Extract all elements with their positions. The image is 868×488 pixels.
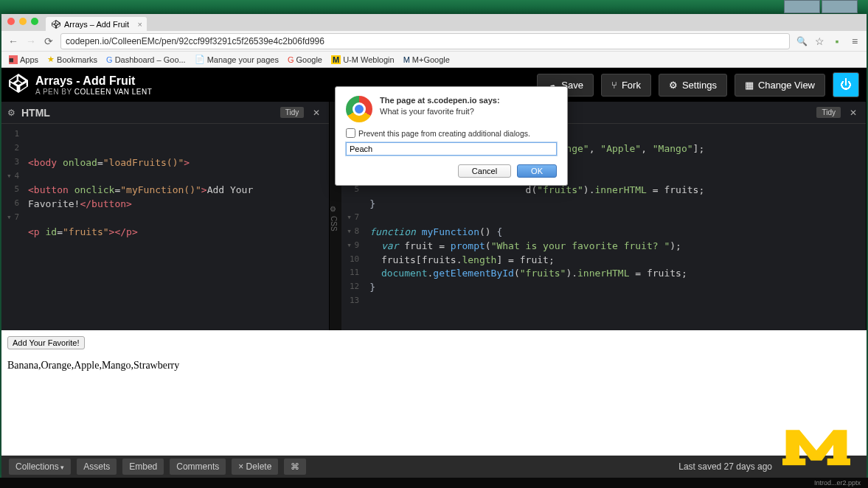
js-close-icon[interactable]: ✕ xyxy=(847,108,860,118)
bookmark-umweblogin[interactable]: MU-M Weblogin xyxy=(331,55,395,64)
taskbar-item[interactable]: Introd...er2.pptx xyxy=(814,479,861,487)
css-settings-icon[interactable]: ⚙ xyxy=(330,205,336,213)
codepen-icon xyxy=(52,20,60,29)
pen-title: Arrays - Add Fruit xyxy=(35,74,530,88)
tab-title: Arrays – Add Fruit xyxy=(64,20,129,29)
result-pane: Add Your Favorite! Banana,Orange,Apple,M… xyxy=(1,330,867,456)
window-close-icon[interactable] xyxy=(7,18,15,25)
michigan-logo-icon xyxy=(782,423,850,467)
fruits-output: Banana,Orange,Apple,Mango,Strawberry xyxy=(7,360,861,372)
forward-icon[interactable]: → xyxy=(25,35,37,47)
fork-button[interactable]: ⑂Fork xyxy=(601,74,651,97)
css-label: CSS xyxy=(330,216,338,231)
html-editor-panel: ⚙ HTML Tidy ✕ 123▾456▾7 <body onload="lo… xyxy=(1,102,330,330)
html-settings-icon[interactable]: ⚙ xyxy=(7,108,15,118)
embed-button[interactable]: Embed xyxy=(122,459,164,475)
codepen-footer: Collections Assets Embed Comments × Dele… xyxy=(1,456,867,478)
window-preview-thumbs xyxy=(784,0,858,13)
delete-button[interactable]: × Delete xyxy=(232,459,278,475)
window-zoom-icon[interactable] xyxy=(31,18,38,25)
html-panel-title: HTML xyxy=(21,107,274,119)
shortcuts-button[interactable]: ⌘ xyxy=(284,459,306,475)
dialog-message: What is your favorite fruit? xyxy=(380,107,557,116)
reload-icon[interactable]: ⟳ xyxy=(43,35,55,47)
dialog-cancel-button[interactable]: Cancel xyxy=(458,164,511,178)
logout-button[interactable]: ⏻ xyxy=(833,72,859,97)
prevent-dialogs-checkbox[interactable]: Prevent this page from creating addition… xyxy=(346,128,557,138)
bookmark-google[interactable]: GGoogle xyxy=(288,55,322,64)
window-minimize-icon[interactable] xyxy=(19,18,27,25)
assets-button[interactable]: Assets xyxy=(77,459,117,475)
prompt-input[interactable] xyxy=(346,142,557,156)
browser-tab[interactable]: Arrays – Add Fruit × xyxy=(46,17,147,31)
change-view-button[interactable]: ▦Change View xyxy=(735,74,825,97)
bookmark-dashboard[interactable]: GDashboard – Goo... xyxy=(106,55,186,64)
html-code-lines: <body onload="loadFruits()"> <button onc… xyxy=(24,124,253,330)
fork-icon: ⑂ xyxy=(611,80,617,91)
address-bar: ← → ⟳ codepen.io/ColleenEMc/pen/92ccf99f… xyxy=(1,31,867,52)
extension-icon[interactable]: ▪ xyxy=(831,35,843,47)
gutter: 123▾456▾7 xyxy=(1,124,24,330)
search-icon[interactable]: 🔍 xyxy=(796,36,808,46)
bookmark-mgoogle[interactable]: MM+Google xyxy=(403,55,450,64)
svg-rect-0 xyxy=(782,459,805,465)
dialog-title: The page at s.codepen.io says: xyxy=(380,96,557,105)
browser-window: Arrays – Add Fruit × ← → ⟳ codepen.io/Co… xyxy=(1,14,867,478)
apps-bookmark[interactable]: ■Apps xyxy=(9,55,38,64)
dialog-ok-button[interactable]: OK xyxy=(517,164,557,178)
layout-icon: ▦ xyxy=(745,80,754,91)
menu-icon[interactable]: ≡ xyxy=(849,35,861,47)
power-icon: ⏻ xyxy=(840,78,852,91)
gear-icon: ⚙ xyxy=(669,80,678,91)
bookmarks-bar: ■Apps ★Bookmarks GDashboard – Goo... 📄Ma… xyxy=(1,52,867,68)
bookmarks-folder[interactable]: ★Bookmarks xyxy=(47,55,97,64)
desktop-menubar xyxy=(0,0,868,14)
codepen-logo-icon[interactable] xyxy=(9,74,28,96)
html-tidy-button[interactable]: Tidy xyxy=(280,107,305,118)
bookmark-manage[interactable]: 📄Manage your pages xyxy=(195,55,279,64)
add-favorite-button[interactable]: Add Your Favorite! xyxy=(7,336,85,349)
javascript-prompt-dialog: The page at s.codepen.io says: What is y… xyxy=(335,86,568,186)
desktop-taskbar: Introd...er2.pptx xyxy=(0,478,868,488)
back-icon[interactable]: ← xyxy=(7,35,19,47)
collections-button[interactable]: Collections xyxy=(9,459,71,475)
last-saved-text: Last saved 27 days ago xyxy=(678,461,772,472)
prevent-checkbox-input[interactable] xyxy=(346,128,355,138)
tab-strip: Arrays – Add Fruit × xyxy=(1,14,867,31)
html-close-icon[interactable]: ✕ xyxy=(310,108,323,118)
tab-close-icon[interactable]: × xyxy=(138,20,142,29)
star-icon[interactable]: ☆ xyxy=(813,35,825,47)
author-link[interactable]: Colleen van Lent xyxy=(74,88,153,96)
js-tidy-button[interactable]: Tidy xyxy=(816,107,841,118)
chrome-icon xyxy=(346,96,372,122)
svg-rect-1 xyxy=(827,459,850,465)
comments-button[interactable]: Comments xyxy=(170,459,226,475)
html-code-editor[interactable]: 123▾456▾7 <body onload="loadFruits()"> <… xyxy=(1,124,329,330)
settings-button[interactable]: ⚙Settings xyxy=(659,74,727,97)
url-input[interactable]: codepen.io/ColleenEMc/pen/92ccf99f3291c5… xyxy=(60,33,790,49)
